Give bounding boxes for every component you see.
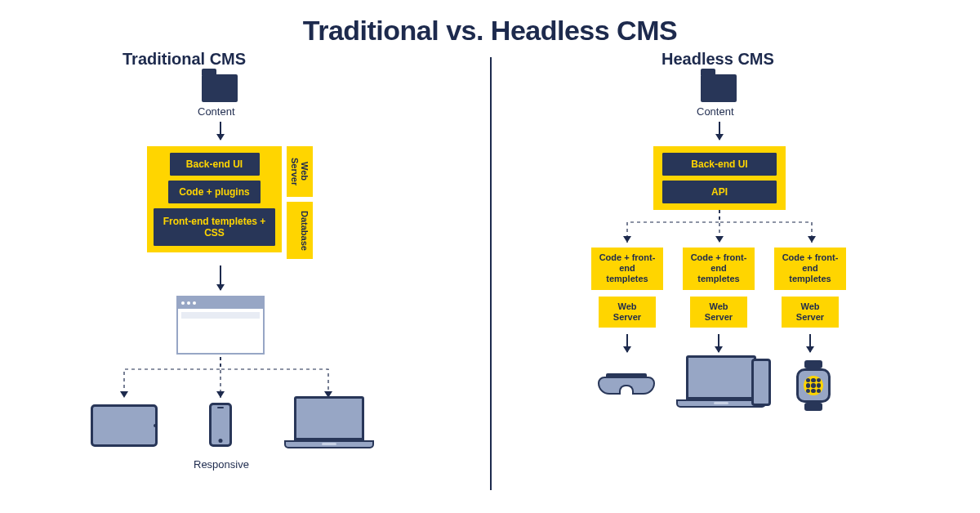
- phone-icon: [209, 403, 232, 447]
- connectors: [0, 47, 490, 504]
- folder-icon: [701, 74, 737, 102]
- channel-bottom: Web Server: [782, 297, 839, 328]
- responsive-label: Responsive: [194, 458, 249, 471]
- svg-marker-5: [808, 236, 816, 243]
- tablet-icon: [91, 404, 158, 447]
- channel-top: Code + front-end templetes: [591, 248, 663, 290]
- right-column: Headless CMS Content Back-end UI API C: [490, 47, 980, 504]
- label-web-server: Web Server: [287, 146, 313, 197]
- left-column: Traditional CMS Content Back-end UI Code…: [0, 47, 490, 504]
- traditional-server-box: Back-end UI Code + plugins Front-end tem…: [147, 146, 282, 252]
- right-subtitle: Headless CMS: [662, 50, 774, 69]
- smartwatch-icon: [794, 360, 833, 411]
- channel-top: Code + front-end templetes: [683, 248, 755, 290]
- arrow-icon: [220, 265, 221, 290]
- channel-bottom: Web Server: [690, 297, 747, 328]
- content-label: Content: [198, 105, 235, 118]
- arrow-icon: [220, 122, 221, 140]
- svg-marker-0: [120, 391, 128, 398]
- page-title: Traditional vs. Headless CMS: [0, 0, 980, 47]
- browser-window-icon: [176, 296, 265, 355]
- chip-frontend-css: Front-end templetes + CSS: [154, 208, 275, 246]
- arrow-icon: [719, 122, 720, 140]
- channel-top: Code + front-end templetes: [774, 248, 846, 290]
- label-database: Database: [287, 202, 313, 259]
- svg-marker-4: [715, 236, 724, 243]
- left-subtitle: Traditional CMS: [122, 50, 246, 69]
- svg-marker-1: [216, 391, 225, 398]
- chip-api: API: [662, 181, 777, 203]
- laptop-icon: [284, 396, 374, 453]
- headless-server-box: Back-end UI API: [653, 146, 786, 210]
- vr-headset-icon: [598, 373, 655, 398]
- chip-backend-ui: Back-end UI: [662, 153, 777, 176]
- folder-icon: [202, 74, 238, 102]
- chip-backend-ui: Back-end UI: [170, 153, 260, 176]
- content-label: Content: [697, 105, 734, 118]
- svg-marker-3: [623, 236, 631, 243]
- arrow-icon: [809, 334, 811, 352]
- arrow-icon: [626, 334, 628, 352]
- chip-code-plugins: Code + plugins: [168, 181, 260, 203]
- phone-icon: [751, 359, 771, 406]
- channel-bottom: Web Server: [599, 297, 656, 328]
- arrow-icon: [718, 334, 719, 352]
